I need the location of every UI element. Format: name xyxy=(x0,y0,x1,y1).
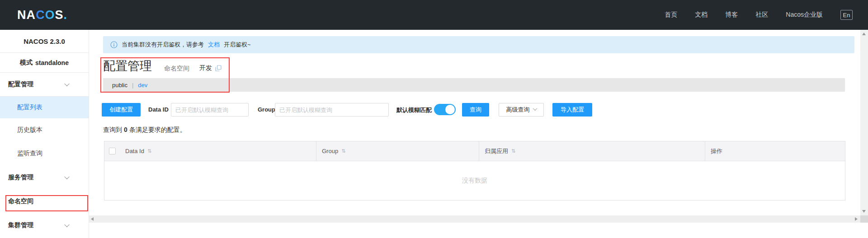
logo-dot: . xyxy=(64,8,68,22)
mode-value: standalone xyxy=(35,59,69,66)
nav-link-enterprise[interactable]: Nacos企业版 xyxy=(786,11,823,19)
logo-part-co: CO xyxy=(36,8,55,22)
advanced-query-button[interactable]: 高级查询 xyxy=(499,103,544,117)
table-header-operations: 操作 xyxy=(705,141,845,161)
sidebar-item-label: 集群管理 xyxy=(8,221,33,229)
sidebar-item-label: 配置管理 xyxy=(8,80,33,89)
group-label: Group xyxy=(258,106,275,113)
table-header-row: Data Id ⇅ Group ⇅ 归属应用 ⇅ 操作 xyxy=(104,141,845,161)
nav-link-community[interactable]: 社区 xyxy=(755,11,768,19)
result-prefix: 查询到 xyxy=(103,126,122,133)
nav-link-home[interactable]: 首页 xyxy=(665,11,677,19)
advanced-query-label: 高级查询 xyxy=(506,106,530,114)
table-empty-state: 没有数据 xyxy=(104,161,845,200)
namespace-tabs-bar: public | dev xyxy=(103,78,845,92)
scrollbar-corner xyxy=(860,215,868,223)
sidebar-item-service-management[interactable]: 服务管理 xyxy=(0,165,89,189)
horizontal-scrollbar[interactable] xyxy=(89,215,860,223)
navbar-links: 首页 文档 博客 社区 Nacos企业版 En xyxy=(665,10,853,20)
nacos-version-label: NACOS 2.3.0 xyxy=(0,30,89,53)
query-button[interactable]: 查询 xyxy=(462,103,489,117)
vertical-scrollbar[interactable] xyxy=(860,30,868,215)
sidebar-item-history-versions[interactable]: 历史版本 xyxy=(0,118,89,142)
sort-icon[interactable]: ⇅ xyxy=(511,148,515,154)
sidebar: NACOS 2.3.0 模式 standalone 配置管理 配置列表 历史版本… xyxy=(0,30,89,238)
table-header-application[interactable]: 归属应用 ⇅ xyxy=(479,141,705,161)
scroll-right-arrow-icon[interactable] xyxy=(855,217,858,221)
chevron-down-icon xyxy=(64,222,69,227)
sidebar-item-label: 命名空间 xyxy=(8,197,33,205)
namespace-separator: | xyxy=(132,82,133,89)
table-header-checkbox-cell xyxy=(104,141,123,161)
current-namespace-name: 开发 xyxy=(199,64,212,72)
sidebar-item-namespace[interactable]: 命名空间 xyxy=(0,189,89,213)
namespace-label: 命名空间 xyxy=(164,65,189,73)
result-summary: 查询到0条满足要求的配置。 xyxy=(103,126,186,134)
fuzzy-match-toggle[interactable] xyxy=(434,104,456,115)
sort-icon[interactable]: ⇅ xyxy=(147,148,151,154)
namespace-tab-public[interactable]: public xyxy=(112,82,127,89)
column-label: Data Id xyxy=(125,148,144,154)
sidebar-item-listening-query[interactable]: 监听查询 xyxy=(0,142,89,165)
column-label: Group xyxy=(322,148,338,154)
data-id-label: Data ID xyxy=(148,106,169,113)
info-icon xyxy=(110,41,118,48)
chevron-down-icon xyxy=(64,174,69,179)
language-toggle-button[interactable]: En xyxy=(840,10,853,20)
sidebar-item-cluster-management[interactable]: 集群管理 xyxy=(0,213,89,237)
current-namespace: 开发 xyxy=(199,64,222,72)
toggle-knob xyxy=(445,105,455,114)
config-table: Data Id ⇅ Group ⇅ 归属应用 ⇅ 操作 没有数据 xyxy=(104,141,845,201)
sidebar-item-label: 历史版本 xyxy=(17,126,42,134)
chevron-down-icon xyxy=(64,81,69,86)
auth-warning-banner: 当前集群没有开启鉴权，请参考文档开启鉴权~ xyxy=(103,36,854,53)
mode-key: 模式 xyxy=(20,59,33,67)
data-id-input[interactable] xyxy=(171,103,249,117)
alert-text-after: 开启鉴权~ xyxy=(224,41,251,49)
page-title: 配置管理 xyxy=(103,58,152,74)
alert-docs-link[interactable]: 文档 xyxy=(208,41,220,49)
table-header-group[interactable]: Group ⇅ xyxy=(316,141,479,161)
column-label: 操作 xyxy=(711,147,722,155)
scroll-down-arrow-icon[interactable] xyxy=(862,210,866,213)
sidebar-item-label: 服务管理 xyxy=(8,173,33,182)
mode-label: 模式 standalone xyxy=(0,53,89,73)
alert-text-before: 当前集群没有开启鉴权，请参考 xyxy=(122,41,204,49)
result-suffix: 条满足要求的配置。 xyxy=(129,126,186,133)
top-navbar: NACOS. 首页 文档 博客 社区 Nacos企业版 En xyxy=(0,0,868,30)
scroll-up-arrow-icon[interactable] xyxy=(862,33,866,35)
sort-icon[interactable]: ⇅ xyxy=(341,148,345,154)
result-count: 0 xyxy=(124,126,127,133)
logo-part-s: S xyxy=(55,8,64,22)
nav-link-docs[interactable]: 文档 xyxy=(695,11,708,19)
chevron-down-icon xyxy=(533,106,537,111)
switch-namespace-icon[interactable] xyxy=(215,65,222,71)
logo-part-na: NA xyxy=(17,8,36,22)
nacos-logo: NACOS. xyxy=(17,8,67,22)
namespace-tab-dev[interactable]: dev xyxy=(138,82,147,89)
column-label: 归属应用 xyxy=(485,147,508,155)
sidebar-item-config-list[interactable]: 配置列表 xyxy=(0,97,89,118)
create-config-button[interactable]: 创建配置 xyxy=(102,103,141,117)
scroll-left-arrow-icon[interactable] xyxy=(91,217,94,221)
import-config-button[interactable]: 导入配置 xyxy=(552,103,592,117)
nav-link-blog[interactable]: 博客 xyxy=(725,11,738,19)
group-input[interactable] xyxy=(275,103,389,117)
select-all-checkbox[interactable] xyxy=(109,148,116,154)
sidebar-item-config-management[interactable]: 配置管理 xyxy=(0,73,89,97)
table-header-data-id[interactable]: Data Id ⇅ xyxy=(123,141,316,161)
sidebar-item-label: 监听查询 xyxy=(17,149,42,158)
fuzzy-match-label: 默认模糊匹配 xyxy=(396,106,432,114)
nacos-console-page: NACOS. 首页 文档 博客 社区 Nacos企业版 En NACOS 2.3… xyxy=(0,0,868,238)
sidebar-item-label: 配置列表 xyxy=(17,103,42,112)
